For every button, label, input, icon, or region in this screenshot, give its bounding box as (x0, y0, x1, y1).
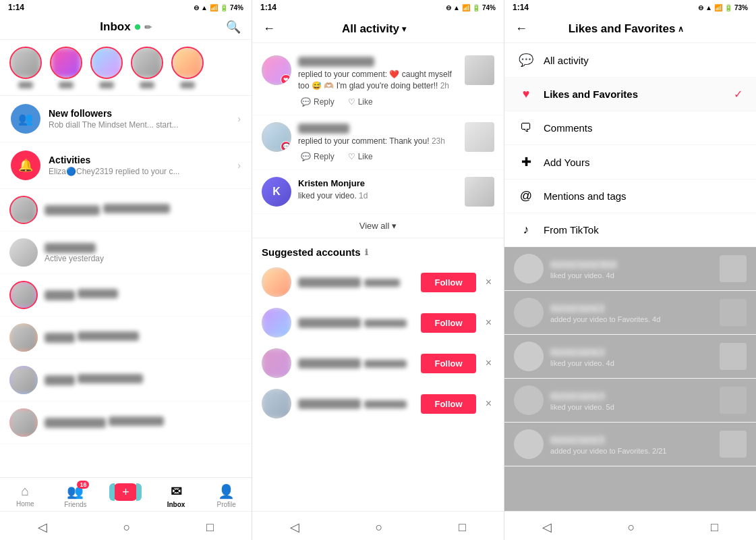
dim-sub: added your video to Favorites. 2/21 (550, 447, 713, 455)
suggested-handle: handle text (364, 279, 401, 287)
message-name: The Mindset (45, 243, 96, 253)
likes-title[interactable]: Likes and Favorites ∧ (535, 22, 717, 36)
chevron-down-icon: ▾ (392, 221, 397, 231)
nav-friends[interactable]: 👥16 Friends (51, 482, 101, 510)
reply-button[interactable]: 💬 Reply (298, 96, 337, 108)
message-item[interactable]: blurred about 6 hours ago (0, 359, 252, 402)
info-icon: ℹ (365, 248, 368, 257)
home-button-nav[interactable]: ○ (113, 517, 142, 537)
message-item[interactable]: The Mindset Active yesterday (0, 232, 252, 274)
story-item[interactable]: user5 (170, 47, 205, 88)
dim-text: blurred name 5 (550, 435, 605, 445)
dropdown-item-comments[interactable]: 🗨 Comments (504, 111, 756, 145)
like-button[interactable]: ♡ Like (345, 96, 376, 108)
back-button-nav[interactable]: ◁ (27, 517, 58, 537)
friends-badge: 16 (77, 481, 89, 489)
view-all-button[interactable]: View all ▾ (252, 214, 504, 238)
dim-content: blurred name 3 liked your video. 4d (550, 346, 713, 367)
activity-content: blurred user replied to your comment: Th… (298, 122, 458, 163)
status-icons-1: ⊖ ▲ 📶 🔋 74% (194, 4, 243, 11)
activity-item: 💬 blurred user replied to your comment: … (252, 115, 504, 171)
nav-profile[interactable]: 👤 Profile (201, 482, 252, 510)
message-item[interactable]: blurred name blurred preview 2h (0, 189, 252, 232)
recents-button-nav[interactable]: □ (196, 517, 225, 537)
dim-text: blurred name 4 (550, 392, 605, 401)
followers-icon: 👥 (11, 104, 40, 134)
activity-header: ← All activity ▾ (252, 15, 504, 43)
close-suggested-button[interactable]: × (483, 395, 494, 412)
stories-row: user1 user2 user3 user4 user5 (0, 40, 252, 96)
story-item[interactable]: user3 (89, 47, 124, 88)
activity-text: liked your video. 1d (298, 190, 458, 202)
suggested-info: blurred name 3 handle text 3 (298, 357, 414, 369)
dimmed-activity-list: blurred name liked liked your video. 4d … (504, 247, 756, 511)
story-avatar (9, 47, 42, 79)
reply-button[interactable]: 💬 Reply (298, 151, 337, 163)
message-list: blurred name blurred preview 2h The Mind… (0, 189, 252, 477)
dropdown-item-mentions-tags[interactable]: @ Mentions and tags (504, 180, 756, 213)
follow-button[interactable]: Follow (421, 273, 475, 292)
dim-avatar (514, 429, 544, 459)
recents-button-nav[interactable]: □ (700, 517, 729, 537)
dim-sub: liked your video. 4d (550, 359, 713, 367)
chevron-right-icon: › (237, 113, 241, 124)
activity-thumbnail (465, 55, 494, 85)
dim-avatar (514, 298, 544, 327)
follow-button[interactable]: Follow (421, 354, 475, 373)
story-item[interactable]: user4 (129, 47, 165, 88)
close-suggested-button[interactable]: × (483, 273, 494, 291)
dropdown-item-from-tiktok[interactable]: ♪ From TikTok (504, 213, 756, 247)
home-button-nav[interactable]: ○ (617, 517, 646, 537)
likes-panel: 1:14 ⊖ ▲ 📶 🔋 73% ← Likes and Favorites ∧… (504, 0, 756, 540)
dropdown-item-likes-favorites[interactable]: ♥ Likes and Favorites ✓ (504, 78, 756, 111)
activity-item: ❤ blurred user name replied to your comm… (252, 49, 504, 115)
new-followers-section[interactable]: 👥 New followers Rob diall The Mindset Me… (0, 96, 252, 142)
dropdown-item-all-activity[interactable]: 💬 All activity (504, 43, 756, 78)
story-item[interactable]: user1 (8, 47, 43, 88)
dim-avatar (514, 254, 544, 284)
message-preview: about 6 hours ago (78, 374, 143, 383)
message-item[interactable]: blurred about 1 hour ago (0, 317, 252, 359)
reply-icon: 💬 (301, 152, 311, 161)
avatar-badge: 💬 (281, 141, 291, 152)
followers-text: New followers Rob diall The Mindset Ment… (49, 108, 237, 130)
search-button[interactable]: 🔍 (226, 20, 241, 34)
like-button[interactable]: ♡ Like (345, 151, 376, 163)
back-button-nav[interactable]: ◁ (279, 517, 310, 537)
home-button-nav[interactable]: ○ (365, 517, 394, 537)
back-button[interactable]: ← (263, 22, 275, 36)
follow-button[interactable]: Follow (421, 394, 475, 414)
follow-button[interactable]: Follow (421, 313, 475, 333)
close-suggested-button[interactable]: × (483, 314, 494, 331)
avatar-badge: ❤ (281, 74, 291, 85)
message-content: blurred about 1 hour ago (45, 331, 242, 344)
all-activity-panel: 1:14 ⊖ ▲ 📶 🔋 74% ← All activity ▾ ❤ blur… (252, 0, 504, 540)
message-avatar (9, 366, 38, 394)
dropdown-item-add-yours[interactable]: ✚ Add Yours (504, 145, 756, 180)
activities-text: Activities Eliza🔵Chey2319 replied to you… (49, 155, 237, 176)
activity-title[interactable]: All activity ▾ (283, 22, 465, 36)
comments-icon: 🗨 (518, 121, 534, 135)
activities-section[interactable]: 🔔 Activities Eliza🔵Chey2319 replied to y… (0, 142, 252, 189)
back-button[interactable]: ← (515, 22, 527, 36)
recents-button-nav[interactable]: □ (448, 517, 477, 537)
story-item[interactable]: user2 (49, 47, 84, 88)
back-button-nav[interactable]: ◁ (531, 517, 562, 537)
close-suggested-button[interactable]: × (483, 354, 494, 372)
message-item[interactable]: Tania San Luis blurred preview (0, 402, 252, 444)
activity-item: K Kristen Monjure liked your video. 1d (252, 170, 504, 214)
message-name: blurred (45, 333, 75, 343)
nav-inbox[interactable]: ✉ Inbox (151, 482, 202, 510)
collapse-icon: ∧ (678, 24, 684, 34)
nav-home[interactable]: ⌂ Home (0, 482, 51, 510)
activities-icon: 🔔 (11, 151, 40, 180)
suggested-item: blurred name 1 handle text Follow × (252, 262, 504, 302)
message-name: blurred (45, 290, 75, 300)
nav-create[interactable]: + (100, 482, 151, 510)
message-item[interactable]: blurred blurred text (0, 274, 252, 317)
message-preview: blurred text (78, 289, 118, 298)
suggested-name: blurred name 3 (298, 358, 361, 369)
android-nav-1: ◁ ○ □ (0, 511, 252, 540)
status-icons-2: ⊖ ▲ 📶 🔋 74% (446, 4, 496, 11)
create-button[interactable]: + (113, 483, 138, 501)
